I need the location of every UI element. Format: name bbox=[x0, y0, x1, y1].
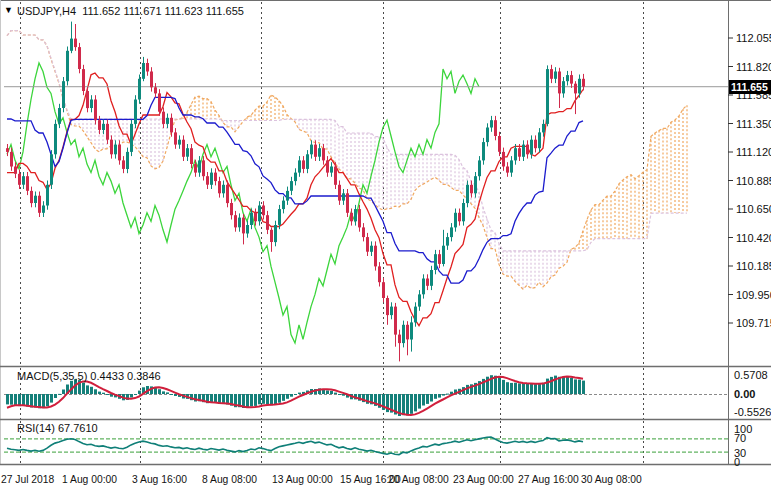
macd-histogram-bar bbox=[498, 377, 501, 394]
candle-body bbox=[366, 237, 369, 252]
candle-body bbox=[226, 185, 229, 203]
candle-body bbox=[122, 160, 125, 169]
candle-body bbox=[198, 160, 201, 172]
candle-body bbox=[206, 176, 209, 185]
candle-body bbox=[358, 209, 361, 227]
candle-body bbox=[554, 72, 557, 79]
candle-body bbox=[54, 124, 57, 154]
candle-body bbox=[66, 51, 69, 81]
candle-body bbox=[262, 206, 265, 216]
candle-body bbox=[150, 72, 153, 88]
rsi-scale-label: 70 bbox=[734, 432, 746, 444]
macd-histogram-bar bbox=[250, 394, 253, 406]
candle-body bbox=[134, 100, 137, 124]
macd-histogram-bar bbox=[530, 384, 533, 394]
candle-body bbox=[422, 279, 425, 295]
candle-body bbox=[530, 140, 533, 155]
macd-histogram-bar bbox=[174, 394, 177, 396]
macd-histogram-bar bbox=[326, 390, 329, 394]
macd-histogram-bar bbox=[106, 394, 109, 395]
candle-body bbox=[142, 63, 145, 79]
price-tick-label: 109.950 bbox=[736, 289, 771, 301]
candle-body bbox=[382, 282, 385, 298]
macd-histogram-bar bbox=[402, 394, 405, 415]
candle-body bbox=[374, 246, 377, 267]
rsi-indicator-label: RSI(14) 67.7610 bbox=[17, 422, 98, 434]
macd-histogram-bar bbox=[422, 394, 425, 406]
macd-scale-label: 0.00 bbox=[734, 388, 755, 400]
price-tick-label: 111.350 bbox=[736, 118, 771, 130]
macd-histogram-bar bbox=[278, 394, 281, 403]
candle-body bbox=[390, 307, 393, 316]
candle-body bbox=[82, 69, 85, 91]
candle-body bbox=[274, 225, 277, 242]
candle-body bbox=[298, 160, 301, 172]
candle-body bbox=[50, 154, 53, 184]
candle-body bbox=[542, 124, 545, 132]
candle-body bbox=[210, 173, 213, 185]
macd-histogram-bar bbox=[266, 394, 269, 404]
candle-body bbox=[538, 132, 541, 148]
candle-body bbox=[270, 230, 273, 242]
candle-body bbox=[502, 152, 505, 167]
candle-body bbox=[42, 206, 45, 213]
candle-body bbox=[458, 213, 461, 222]
candle-body bbox=[106, 124, 109, 140]
chart-shift-marker-icon[interactable]: ▼ bbox=[4, 4, 13, 16]
candle-body bbox=[318, 148, 321, 157]
macd-histogram-bar bbox=[262, 394, 265, 404]
macd-histogram-bar bbox=[246, 394, 249, 408]
price-tick-label: 110.185 bbox=[736, 260, 771, 272]
macd-histogram-bar bbox=[334, 393, 337, 394]
candle-body bbox=[290, 181, 293, 191]
macd-histogram-bar bbox=[406, 394, 409, 415]
macd-histogram-bar bbox=[94, 389, 97, 394]
macd-histogram-bar bbox=[46, 394, 49, 406]
candle-body bbox=[482, 142, 485, 160]
macd-histogram-bar bbox=[538, 384, 541, 395]
macd-histogram-bar bbox=[546, 379, 549, 394]
time-axis-label: 30 Aug 08:00 bbox=[581, 474, 642, 485]
candle-body bbox=[222, 185, 225, 194]
candle-body bbox=[178, 140, 181, 145]
macd-histogram-bar bbox=[438, 394, 441, 398]
candle-body bbox=[314, 145, 317, 157]
candle-body bbox=[22, 176, 25, 185]
chart-canvas[interactable]: 112.055111.820111.585111.350111.120110.8… bbox=[0, 0, 771, 492]
macd-histogram-bar bbox=[506, 382, 509, 394]
macd-histogram-bar bbox=[138, 391, 141, 394]
time-axis[interactable]: 27 Jul 20181 Aug 00:003 Aug 16:008 Aug 0… bbox=[1, 474, 642, 485]
macd-histogram-bar bbox=[258, 394, 261, 404]
candle-body bbox=[110, 140, 113, 155]
candle-body bbox=[486, 128, 489, 143]
candle-body bbox=[570, 75, 573, 84]
macd-histogram-bar bbox=[562, 377, 565, 394]
candle-body bbox=[406, 325, 409, 340]
candle-body bbox=[302, 160, 305, 169]
candle-body bbox=[242, 218, 245, 234]
candle-body bbox=[98, 120, 101, 130]
candle-body bbox=[166, 118, 169, 124]
time-axis-label: 3 Aug 16:00 bbox=[132, 474, 187, 485]
candle-body bbox=[250, 213, 253, 225]
candle-body bbox=[506, 167, 509, 173]
macd-histogram-bar bbox=[338, 394, 341, 395]
candle-body bbox=[478, 160, 481, 176]
macd-histogram-bar bbox=[434, 394, 437, 399]
candle-body bbox=[514, 148, 517, 160]
macd-histogram-bar bbox=[98, 392, 101, 394]
candle-body bbox=[350, 213, 353, 222]
candle-body bbox=[62, 81, 65, 108]
candle-body bbox=[102, 124, 105, 130]
candle-body bbox=[326, 160, 329, 172]
trading-chart-window: 112.055111.820111.585111.350111.120110.8… bbox=[0, 0, 771, 492]
candle-body bbox=[58, 108, 61, 124]
candle-body bbox=[510, 160, 513, 172]
candle-body bbox=[70, 39, 73, 51]
time-axis-label: 23 Aug 00:00 bbox=[453, 474, 514, 485]
candle-body bbox=[402, 325, 405, 343]
macd-histogram-bar bbox=[570, 378, 573, 394]
macd-histogram-bar bbox=[58, 394, 61, 395]
macd-histogram-bar bbox=[414, 394, 417, 411]
macd-indicator-label: MACD(5,35,5) 0.4433 0.3846 bbox=[17, 370, 161, 382]
